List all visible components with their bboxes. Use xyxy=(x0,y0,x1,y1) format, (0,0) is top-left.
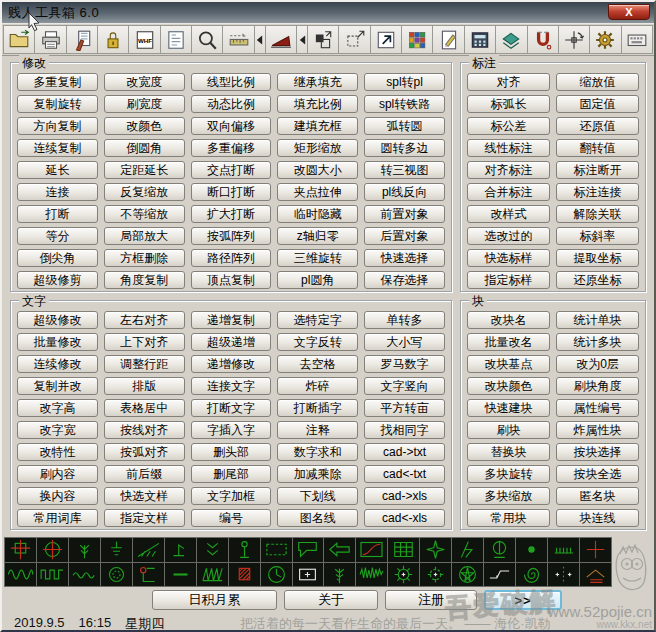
text-tool-button[interactable]: 删尾部 xyxy=(191,465,272,483)
text-tool-button[interactable]: 复制并改 xyxy=(17,377,98,395)
slope-ramp-icon[interactable] xyxy=(265,25,297,54)
dimension-tool-button[interactable]: 线性标注 xyxy=(467,139,550,157)
star4-icon[interactable] xyxy=(420,538,451,562)
donut-icon[interactable] xyxy=(101,563,132,587)
text-tool-button[interactable]: 常用词库 xyxy=(17,509,98,527)
text-tool-button[interactable]: 递增复制 xyxy=(191,311,272,329)
text-tool-button[interactable]: 连接文字 xyxy=(191,377,272,395)
text-tool-button[interactable]: 文字竖向 xyxy=(364,377,445,395)
text-tool-button[interactable]: cad->txt xyxy=(364,443,445,461)
zigzag-icon[interactable] xyxy=(452,538,483,562)
modify-tool-button[interactable]: 延长 xyxy=(17,161,98,179)
purge-brush-icon[interactable] xyxy=(66,25,98,54)
spiral-icon[interactable] xyxy=(516,563,547,587)
modify-tool-button[interactable]: 快速选择 xyxy=(364,249,445,267)
modify-tool-button[interactable]: 连接 xyxy=(17,183,98,201)
text-tool-button[interactable]: 超级修改 xyxy=(17,311,98,329)
dash-icon[interactable] xyxy=(165,563,196,587)
about-button[interactable]: 关于 xyxy=(284,590,378,610)
text-tool-button[interactable]: 单转多 xyxy=(364,311,445,329)
modify-tool-button[interactable]: 打断 xyxy=(17,205,98,223)
modify-tool-button[interactable]: 断口打断 xyxy=(191,183,272,201)
register-button[interactable]: 注册 xyxy=(385,590,477,610)
block-tool-button[interactable]: 改块颜色 xyxy=(467,377,550,395)
color-grid-icon[interactable] xyxy=(401,25,433,54)
modify-tool-button[interactable]: 等分 xyxy=(17,227,98,245)
modify-tool-button[interactable]: 改圆大小 xyxy=(277,161,358,179)
square-wave-icon[interactable] xyxy=(37,563,68,587)
modify-tool-button[interactable]: 交点打断 xyxy=(191,161,272,179)
block-tool-button[interactable]: 刷块 xyxy=(467,421,550,439)
clock-icon[interactable] xyxy=(261,563,292,587)
text-tool-button[interactable]: 打断插字 xyxy=(277,399,358,417)
modify-tool-button[interactable]: 三维旋转 xyxy=(277,249,358,267)
block-tool-button[interactable]: 改块名 xyxy=(467,311,550,329)
modify-tool-button[interactable]: 超级修剪 xyxy=(17,271,98,289)
whf-file-icon[interactable]: WHF xyxy=(128,25,160,54)
modify-tool-button[interactable]: 临时隐藏 xyxy=(277,205,358,223)
text-tool-button[interactable]: 表格居中 xyxy=(104,399,185,417)
modify-tool-button[interactable]: 复制旋转 xyxy=(17,95,98,113)
dimension-tool-button[interactable]: 标弧长 xyxy=(467,95,550,113)
modify-tool-button[interactable]: 不等缩放 xyxy=(104,205,185,223)
grid-table-icon[interactable] xyxy=(388,538,419,562)
text-tool-button[interactable]: 打断文字 xyxy=(191,399,272,417)
dimension-tool-button[interactable]: 对齐 xyxy=(467,73,550,91)
modify-tool-button[interactable]: 转三视图 xyxy=(364,161,445,179)
modify-tool-button[interactable]: 弧转圆 xyxy=(364,117,445,135)
block-tool-button[interactable]: 属性编号 xyxy=(556,399,639,417)
tree-bare-icon[interactable] xyxy=(324,563,355,587)
text-tool-button[interactable]: 删头部 xyxy=(191,443,272,461)
block-tool-button[interactable]: 刷块角度 xyxy=(556,377,639,395)
modify-tool-button[interactable]: 方框删除 xyxy=(104,249,185,267)
dimension-tool-button[interactable]: 缩放值 xyxy=(556,73,639,91)
modify-tool-button[interactable]: spl转铁路 xyxy=(364,95,445,113)
text-tool-button[interactable]: cad<-txt xyxy=(364,465,445,483)
text-tool-button[interactable]: 下划线 xyxy=(277,487,358,505)
modify-tool-button[interactable]: 扩大打断 xyxy=(191,205,272,223)
small-wave-icon[interactable] xyxy=(69,563,100,587)
text-tool-button[interactable]: 换内容 xyxy=(17,487,98,505)
block-tool-button[interactable]: 批量改名 xyxy=(467,333,550,351)
curve-frame-icon[interactable] xyxy=(356,538,387,562)
text-tool-button[interactable]: 改特性 xyxy=(17,443,98,461)
ground-icon[interactable] xyxy=(101,538,132,562)
zoom-magnifier-icon[interactable] xyxy=(191,25,223,54)
block-tool-button[interactable]: 统计多块 xyxy=(556,333,639,351)
close-button[interactable]: X xyxy=(608,4,650,20)
modify-tool-button[interactable]: z轴归零 xyxy=(277,227,358,245)
stretch-selection-icon[interactable] xyxy=(338,25,370,54)
dimension-tool-button[interactable]: 解除关联 xyxy=(556,205,639,223)
block-tool-button[interactable]: 改块基点 xyxy=(467,355,550,373)
modify-tool-button[interactable]: 倒圆角 xyxy=(104,139,185,157)
star-circle-icon[interactable] xyxy=(452,563,483,587)
modify-tool-button[interactable]: pl圆角 xyxy=(277,271,358,289)
dimension-tool-button[interactable]: 快选标样 xyxy=(467,249,550,267)
sine-wave-icon[interactable] xyxy=(5,563,36,587)
text-tool-button[interactable]: 按线对齐 xyxy=(104,421,185,439)
dashed-box-icon[interactable] xyxy=(261,538,292,562)
tree-small-icon[interactable] xyxy=(69,538,100,562)
roof-orange-icon[interactable] xyxy=(580,563,611,587)
modify-tool-button[interactable]: 填充比例 xyxy=(277,95,358,113)
text-tool-button[interactable]: 连续修改 xyxy=(17,355,98,373)
notes-document-icon[interactable] xyxy=(160,25,192,54)
block-tool-button[interactable]: 按块全选 xyxy=(556,465,639,483)
modify-tool-button[interactable]: 按弧阵列 xyxy=(191,227,272,245)
hatch-square-red-icon[interactable] xyxy=(229,563,260,587)
text-tool-button[interactable]: 上下对齐 xyxy=(104,333,185,351)
modify-tool-button[interactable]: 刷宽度 xyxy=(104,95,185,113)
keyboard-icon[interactable] xyxy=(621,25,653,54)
text-tool-button[interactable]: 左右对齐 xyxy=(104,311,185,329)
text-tool-button[interactable]: 加减乘除 xyxy=(277,465,358,483)
callout-icon[interactable] xyxy=(293,538,324,562)
modify-tool-button[interactable]: 动态比例 xyxy=(191,95,272,113)
chevrons-icon[interactable] xyxy=(197,538,228,562)
modify-tool-button[interactable]: 路径阵列 xyxy=(191,249,272,267)
modify-tool-button[interactable]: pl线反向 xyxy=(364,183,445,201)
text-tool-button[interactable]: 递增修改 xyxy=(191,355,272,373)
text-tool-button[interactable]: 选特定字 xyxy=(277,311,358,329)
daily-accumulation-button[interactable]: 日积月累 xyxy=(152,590,277,610)
dimension-tool-button[interactable]: 改样式 xyxy=(467,205,550,223)
modify-tool-button[interactable]: 矩形缩放 xyxy=(277,139,358,157)
